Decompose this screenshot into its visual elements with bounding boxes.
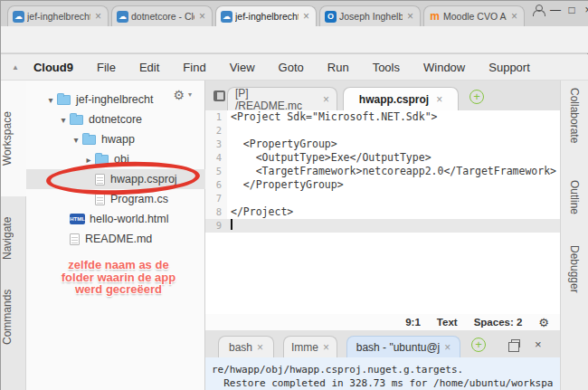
folder-icon [57,95,71,105]
menu-window[interactable]: Window [423,61,465,74]
close-button[interactable]: × [581,4,588,16]
browser-tab-4[interactable]: O Joseph Inghelbrech × [319,5,421,26]
spaces-setting[interactable]: Spaces: 2 [474,317,523,328]
browser-tab-5[interactable]: m Moodle CVO Antwe × [423,5,525,26]
annotation-line: folder waarin de app [32,271,205,284]
minimize-button[interactable]: — [548,4,563,16]
tree-item-readme-md[interactable]: README.md [26,229,205,249]
tree-item-dotnetcore[interactable]: ▾ dotnetcore [26,109,205,129]
menu-cloud9[interactable]: Cloud9 [33,61,73,74]
terminal-tab-bash-ubuntu[interactable]: bash - "ubuntu@j × [346,336,460,357]
code-line: 8</Project> [205,205,560,219]
editor-tab-readme[interactable]: [P] /README.mc × [227,87,337,110]
rail-tab-navigate[interactable]: Navigate [1,203,26,273]
right-rail: Collaborate Outline Debugger [560,81,588,390]
tab-close-icon[interactable]: × [444,341,450,354]
folder-icon [70,115,83,125]
line-number: 8 [205,205,227,219]
terminal-tab-bash-1[interactable]: bash × [218,336,274,357]
ide-menu-bar: ▲ Cloud9 File Edit Find View Goto Run To… [1,54,588,81]
browser-tab-1[interactable]: jef-inghelbrecht - C × [7,5,109,26]
menu-find[interactable]: Find [183,61,205,74]
code-line: 5 <TargetFramework>netcoreapp2.0</Target… [205,165,560,178]
code-line: 1<Project Sdk="Microsoft.NET.Sdk"> [205,110,560,124]
browser-tab-2[interactable]: dotnetcore - Cloud × [111,5,213,26]
profile-icon[interactable] [533,5,544,15]
expand-arrow-icon[interactable]: ▾ [44,95,57,105]
tab-close-icon[interactable]: × [323,341,329,354]
tab-close-icon[interactable]: × [436,93,442,106]
code-line-active: 9 [205,219,560,233]
editor-tab-bar: [P] /README.mc × hwapp.csproj × + [205,81,560,110]
cloud9-favicon [117,11,128,23]
menu-view[interactable]: View [230,61,255,74]
tab-close-icon[interactable]: × [509,10,519,23]
browser-tab-strip: jef-inghelbrecht - C × dotnetcore - Clou… [1,1,588,26]
code-text [227,192,231,205]
rail-tab-debugger[interactable]: Debugger [568,245,581,293]
line-number: 4 [205,151,227,165]
tab-close-icon[interactable]: × [93,10,103,23]
terminal-tab-bar: bash × Imme × bash - "ubuntu@j × + × [205,330,560,357]
tree-item-hello-world-html[interactable]: HTML hello-world.html [26,209,205,229]
terminal-line: re/hwapp/obj/hwapp.csproj.nuget.g.target… [212,363,560,376]
annotation-line: zelfde naam as de [32,259,205,271]
terminal-tab-label: bash [229,341,252,354]
line-number: 6 [205,178,227,192]
browser-tab-title: Moodle CVO Antwe [443,11,507,22]
tree-item-hwapp[interactable]: ▾ hwapp [26,129,205,149]
cloud9-favicon [221,11,232,23]
editor-tab-label: hwapp.csproj [359,93,429,106]
code-text: </PropertyGroup> [227,178,344,192]
terminal-output[interactable]: re/hwapp/obj/hwapp.csproj.nuget.g.target… [205,357,560,390]
tab-list-icon[interactable] [213,90,225,101]
code-line: 6 </PropertyGroup> [205,178,560,192]
code-text: </Project> [227,205,293,219]
menu-edit[interactable]: Edit [139,61,159,74]
line-number: 1 [205,110,227,124]
code-text: <Project Sdk="Microsoft.NET.Sdk"> [227,110,437,124]
menu-run[interactable]: Run [327,61,349,74]
tab-close-icon[interactable]: × [323,93,329,106]
collapse-menu-icon[interactable]: ▲ [12,63,19,71]
tab-close-icon[interactable]: × [405,10,415,23]
terminal-tab-immediate[interactable]: Imme × [283,336,337,357]
add-terminal-icon[interactable]: + [471,338,486,352]
line-number: 7 [205,192,227,205]
ide-body: Workspace Navigate Commands ⚙ ▾ ▾ jef-in… [1,81,588,390]
code-editor[interactable]: 1<Project Sdk="Microsoft.NET.Sdk"> 2 3 <… [205,110,560,314]
expand-arrow-icon[interactable]: ▾ [57,115,70,125]
expand-arrow-icon[interactable]: ▾ [70,135,82,145]
menu-file[interactable]: File [97,61,116,74]
code-text: <TargetFramework>netcoreapp2.0</TargetFr… [227,165,556,178]
rail-tab-commands[interactable]: Commands [1,278,26,356]
tab-close-icon[interactable]: × [257,341,263,354]
collapsed-arrow-icon[interactable]: ▸ [82,155,95,165]
editor-settings-gear-icon[interactable]: ⚙ [538,316,549,329]
rail-tab-outline[interactable]: Outline [568,180,581,214]
add-tab-icon[interactable]: + [469,90,484,104]
close-pane-icon[interactable]: × [535,338,542,351]
html-file-icon: HTML [70,214,85,224]
text-cursor [231,219,232,230]
browser-tab-title: dotnetcore - Cloud [131,11,194,22]
maximize-button[interactable]: □ [564,4,579,16]
menu-goto[interactable]: Goto [279,61,304,74]
restore-pane-icon[interactable] [511,339,520,347]
annotation-line: werd gecreëerd [32,283,205,296]
browser-tab-3-active[interactable]: jef-inghelbrecht - C × [215,5,317,26]
syntax-mode-selector[interactable]: Text [437,317,458,328]
tab-close-icon[interactable]: × [301,10,311,23]
menu-tools[interactable]: Tools [373,61,400,74]
tree-item-jef-inghelbrecht[interactable]: ▾ jef-inghelbrecht [26,90,205,109]
rail-tab-workspace[interactable]: Workspace [1,81,26,196]
line-number: 9 [205,219,227,233]
editor-tab-hwapp-csproj[interactable]: hwapp.csproj × [343,87,459,110]
browser-tab-title: jef-inghelbrecht - C [235,11,299,22]
cursor-position: 9:1 [405,317,421,328]
menu-support[interactable]: Support [488,61,530,74]
rail-tab-collaborate[interactable]: Collaborate [568,88,581,143]
editor-tab-label: [P] /README.mc [235,87,316,112]
code-text: <OutputType>Exe</OutputType> [227,151,432,165]
tab-close-icon[interactable]: × [197,10,207,23]
